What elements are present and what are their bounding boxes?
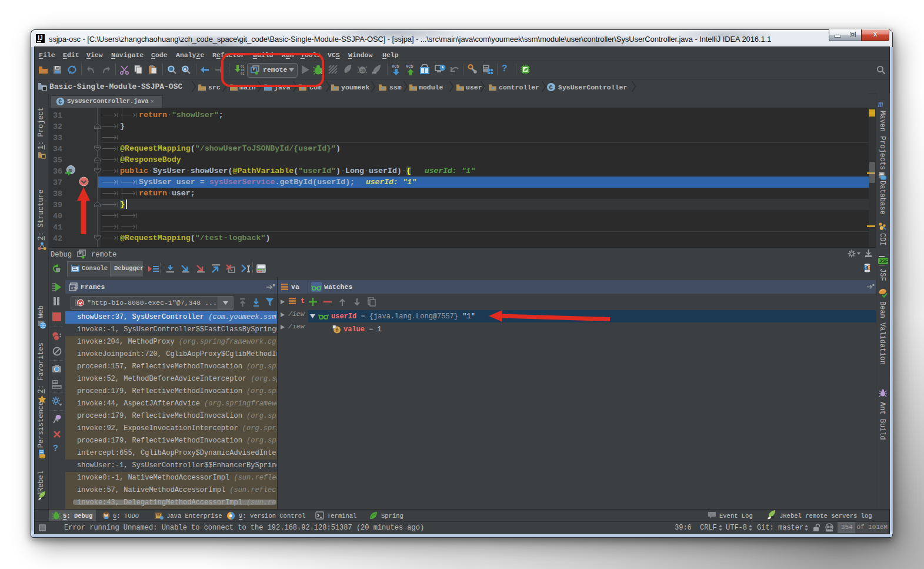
svg-text:C: C bbox=[58, 99, 62, 105]
svg-text:VCS: VCS bbox=[392, 64, 399, 69]
svg-text:<s>: <s> bbox=[71, 285, 78, 291]
svg-text:f: f bbox=[336, 328, 339, 334]
svg-text:C: C bbox=[549, 84, 553, 91]
svg-text:JR: JR bbox=[361, 69, 365, 73]
svg-text:JR: JR bbox=[770, 515, 775, 520]
svg-text:VCS: VCS bbox=[406, 64, 413, 69]
svg-text:JSF: JSF bbox=[879, 259, 888, 265]
svg-text:A: A bbox=[184, 67, 186, 72]
svg-text:JR: JR bbox=[346, 70, 351, 74]
svg-text:JR: JR bbox=[41, 497, 45, 500]
